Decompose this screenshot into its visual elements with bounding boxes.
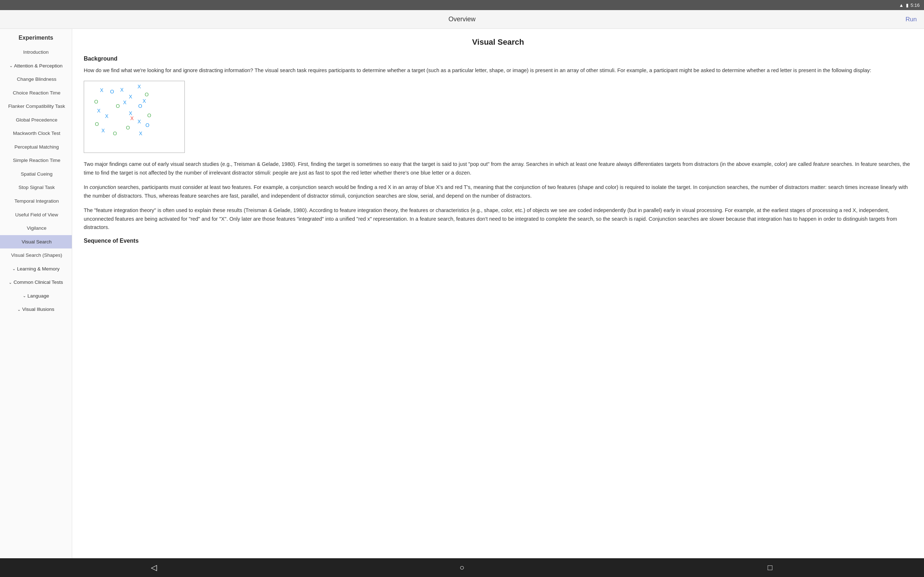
sidebar-item-simple-reaction-time[interactable]: Simple Reaction Time — [0, 154, 72, 167]
conjunction-italic: conjunction — [89, 184, 116, 190]
sidebar-item-spatial-cueing[interactable]: Spatial Cueing — [0, 167, 72, 181]
sidebar-item-perceptual-matching[interactable]: Perceptual Matching — [0, 140, 72, 154]
diagram-symbol: O — [110, 89, 114, 94]
diagram-symbol: X — [139, 131, 142, 136]
chevron-icon: ⌄ — [10, 63, 13, 68]
diagram-symbol: O — [113, 131, 117, 136]
home-button[interactable]: ○ — [451, 558, 473, 577]
diagram-symbol: O — [95, 121, 99, 127]
bottom-nav: ◁ ○ □ — [0, 558, 924, 577]
run-button[interactable]: Run — [906, 16, 917, 23]
diagram-symbol: X — [100, 88, 103, 93]
diagram-symbol: X — [130, 116, 134, 121]
diagram-symbol: O — [116, 103, 120, 108]
diagram-symbol: O — [145, 92, 149, 97]
sidebar-item-language[interactable]: ⌄ Language — [0, 289, 72, 303]
content-area: Visual Search Background How do we find … — [72, 29, 924, 558]
visual-search-diagram: XOXXOXXOXOOXXOXXXOOOXOX — [84, 81, 185, 153]
sidebar-section-label: Language — [27, 293, 49, 299]
diagram-symbol: X — [142, 98, 146, 103]
sidebar-item-global-precedence[interactable]: Global Precedence — [0, 113, 72, 127]
diagram-symbol: X — [97, 108, 100, 113]
sidebar-item-flanker-compatibility[interactable]: Flanker Compatibility Task — [0, 100, 72, 113]
chevron-icon: ⌄ — [12, 266, 16, 271]
battery-icon: ▮ — [906, 3, 908, 8]
sidebar-section-label: Visual Illusions — [22, 306, 54, 313]
diagram-symbol: O — [138, 103, 142, 108]
sidebar-section-label: Common Clinical Tests — [13, 279, 63, 285]
diagram-symbol: X — [137, 84, 141, 89]
sidebar-items: Introduction⌄ Attention & PerceptionChan… — [0, 45, 72, 316]
feature-italic: feature — [813, 161, 829, 167]
status-icons: ▲ ▮ 5:16 — [899, 3, 920, 8]
sequence-heading: Sequence of Events — [84, 238, 913, 244]
sidebar-item-change-blindness[interactable]: Change Blindness — [0, 73, 72, 86]
diagram-symbol: O — [147, 113, 151, 118]
sidebar-item-introduction[interactable]: Introduction — [0, 45, 72, 59]
paragraph-1: How do we find what we're looking for an… — [84, 66, 913, 75]
top-nav: Overview Run — [0, 10, 924, 29]
paragraph-2: Two major findings came out of early vis… — [84, 160, 913, 177]
sidebar-section-label: Learning & Memory — [17, 266, 60, 272]
sidebar-item-visual-search-shapes[interactable]: Visual Search (Shapes) — [0, 248, 72, 262]
sidebar-section-label: Attention & Perception — [14, 63, 63, 69]
sidebar-item-visual-illusions[interactable]: ⌄ Visual Illusions — [0, 303, 72, 316]
diagram-symbol: X — [129, 94, 132, 99]
paragraph-3: In conjunction searches, participants mu… — [84, 183, 913, 200]
sidebar-item-learning-memory[interactable]: ⌄ Learning & Memory — [0, 262, 72, 276]
chevron-icon: ⌄ — [23, 293, 26, 298]
diagram-symbol: X — [102, 128, 105, 133]
diagram-symbol: X — [137, 119, 141, 124]
recent-button[interactable]: □ — [759, 558, 781, 577]
sidebar-item-common-clinical-tests[interactable]: ⌄ Common Clinical Tests — [0, 276, 72, 289]
wifi-icon: ▲ — [899, 3, 904, 8]
chevron-icon: ⌄ — [9, 280, 12, 285]
top-nav-right: Run — [888, 16, 917, 23]
diagram-symbol: X — [105, 114, 108, 119]
diagram-symbol: X — [129, 111, 132, 116]
sidebar: Experiments Introduction⌄ Attention & Pe… — [0, 29, 72, 558]
diagram-symbol: O — [145, 122, 149, 128]
diagram-symbol: O — [94, 99, 98, 104]
diagram-symbol: X — [123, 100, 126, 105]
sidebar-header: Experiments — [0, 29, 72, 45]
main-layout: Experiments Introduction⌄ Attention & Pe… — [0, 29, 924, 558]
diagram-symbol: O — [126, 125, 130, 130]
sidebar-item-temporal-integration[interactable]: Temporal Integration — [0, 194, 72, 208]
diagram-symbol: X — [120, 87, 123, 92]
sidebar-item-attention-perception[interactable]: ⌄ Attention & Perception — [0, 59, 72, 73]
paragraph-4: The "feature integration theory" is ofte… — [84, 206, 913, 232]
status-bar: ▲ ▮ 5:16 — [0, 0, 924, 10]
sidebar-item-useful-field-of-view[interactable]: Useful Field of View — [0, 208, 72, 222]
sidebar-item-vigilance[interactable]: Vigilance — [0, 221, 72, 235]
sidebar-item-stop-signal-task[interactable]: Stop Signal Task — [0, 181, 72, 194]
sidebar-item-mackworth-clock[interactable]: Mackworth Clock Test — [0, 127, 72, 140]
sidebar-item-choice-reaction-time[interactable]: Choice Reaction Time — [0, 86, 72, 100]
back-button[interactable]: ◁ — [143, 558, 165, 577]
background-heading: Background — [84, 56, 913, 62]
time-display: 5:16 — [911, 3, 920, 8]
sidebar-item-visual-search[interactable]: Visual Search — [0, 235, 72, 249]
top-nav-title: Overview — [36, 16, 888, 23]
page-title: Visual Search — [84, 37, 913, 47]
chevron-icon: ⌄ — [17, 307, 21, 312]
